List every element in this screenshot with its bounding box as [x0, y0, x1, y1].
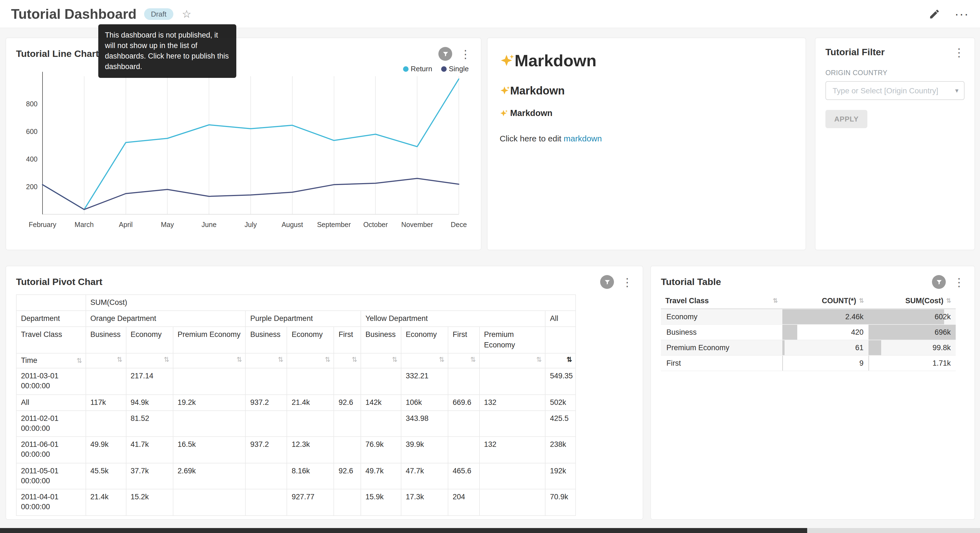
- scrollbar-thumb[interactable]: [0, 528, 807, 533]
- pivot-cell: [86, 368, 126, 394]
- pivot-cell: 238k: [545, 437, 576, 463]
- sort-icon[interactable]: ⇅: [439, 356, 444, 364]
- line-chart: 200400600800FebruaryMarchAprilMayJuneJul…: [11, 67, 469, 233]
- pivot-dim-label: Travel Class: [16, 327, 86, 353]
- app-header: Tutorial Dashboard Draft ☆ ···: [0, 0, 980, 28]
- pivot-cell: [246, 489, 287, 515]
- pivot-cell: 21.4k: [86, 489, 126, 515]
- chevron-down-icon: ▾: [955, 87, 958, 94]
- pivot-sort-cell: ⇅: [448, 353, 479, 368]
- pivot-group-header: All: [545, 311, 576, 327]
- markdown-content[interactable]: Markdown Markdown Markdown Click here to…: [487, 51, 805, 143]
- pivot-row-header: 2011-04-01 00:00:00: [16, 489, 86, 515]
- pivot-title: Tutorial Pivot Chart: [16, 276, 102, 287]
- sort-icon[interactable]: ⇅: [76, 357, 82, 365]
- kebab-menu-icon[interactable]: ⋮: [953, 276, 964, 287]
- pivot-cell: 106k: [401, 394, 448, 410]
- favorite-star-icon[interactable]: ☆: [182, 8, 191, 20]
- cell-value: 2.46k: [782, 309, 869, 324]
- pivot-cell: 12.3k: [287, 437, 334, 463]
- edit-pencil-icon[interactable]: [929, 8, 940, 20]
- table-title: Tutorial Table: [661, 276, 721, 287]
- pivot-cell: 81.52: [126, 411, 173, 437]
- pivot-col-header: Economy: [287, 327, 334, 353]
- pivot-col-header: Business: [361, 327, 401, 353]
- pivot-cell: 2.69k: [173, 463, 245, 489]
- markdown-edit-link[interactable]: markdown: [564, 134, 602, 143]
- svg-text:July: July: [245, 221, 257, 228]
- table-col-header[interactable]: SUM(Cost)⇅: [869, 293, 956, 309]
- draft-badge[interactable]: Draft: [145, 8, 173, 20]
- table-col-header[interactable]: COUNT(*)⇅: [782, 293, 869, 309]
- sort-icon[interactable]: ⇅: [566, 356, 572, 364]
- sort-icon[interactable]: ⇅: [946, 297, 951, 304]
- card-header-icons: ⋮: [600, 275, 633, 289]
- cell-value: 9: [782, 356, 869, 370]
- sort-icon[interactable]: ⇅: [352, 356, 357, 364]
- pivot-cell: 21.4k: [287, 394, 334, 410]
- count-cell: 2.46k: [782, 309, 869, 324]
- pivot-cell: [479, 411, 545, 437]
- markdown-edit-hint: Click here to edit markdown: [500, 134, 793, 143]
- filter-indicator-icon[interactable]: [600, 275, 614, 289]
- pivot-cell: [448, 368, 479, 394]
- svg-text:200: 200: [26, 183, 38, 191]
- sort-icon[interactable]: ⇅: [392, 356, 398, 364]
- count-cell: 9: [782, 356, 869, 371]
- sort-icon[interactable]: ⇅: [278, 356, 283, 364]
- pivot-col-header: First: [334, 327, 361, 353]
- legend-item[interactable]: Return: [403, 65, 432, 73]
- filter-indicator-icon[interactable]: [438, 47, 452, 61]
- cell-value: 61: [782, 340, 869, 355]
- sort-icon[interactable]: ⇅: [117, 356, 122, 364]
- card-header-icons: ⋮: [932, 275, 964, 289]
- page-title: Tutorial Dashboard: [11, 6, 137, 22]
- pivot-cell: [334, 489, 361, 515]
- apply-button[interactable]: APPLY: [826, 110, 867, 128]
- sort-icon[interactable]: ⇅: [236, 356, 242, 364]
- more-options-icon[interactable]: ···: [955, 11, 969, 17]
- origin-country-select[interactable]: Type or Select [Origin Country] ▾: [826, 81, 964, 100]
- card-header: Tutorial Pivot Chart ⋮: [6, 266, 643, 293]
- legend-item[interactable]: Single: [441, 65, 469, 73]
- pivot-row: 2011-05-01 00:00:0045.5k37.7k2.69k8.16k9…: [16, 463, 576, 489]
- kebab-menu-icon[interactable]: ⋮: [622, 276, 633, 287]
- select-placeholder: Type or Select [Origin Country]: [833, 86, 952, 95]
- draft-tooltip: This dashboard is not published, it will…: [98, 24, 236, 78]
- pivot-row-header: 2011-03-01 00:00:00: [16, 368, 86, 394]
- filter-indicator-icon[interactable]: [932, 275, 946, 289]
- kebab-menu-icon[interactable]: ⋮: [953, 47, 964, 58]
- kebab-menu-icon[interactable]: ⋮: [460, 48, 471, 59]
- pivot-cell: 49.7k: [361, 463, 401, 489]
- cell-value: 420: [782, 325, 869, 340]
- table-col-header[interactable]: Travel Class⇅: [661, 293, 782, 309]
- travel-class-cell: First: [661, 356, 782, 371]
- markdown-h3-text: Markdown: [510, 108, 552, 118]
- sort-icon[interactable]: ⇅: [470, 356, 476, 364]
- pivot-cell: [479, 368, 545, 394]
- chart-legend: ReturnSingle: [403, 65, 469, 73]
- sort-icon[interactable]: ⇅: [164, 356, 169, 364]
- pivot-cell: [479, 463, 545, 489]
- pivot-cell: [246, 463, 287, 489]
- card-header-icons: ⋮: [438, 47, 471, 61]
- pivot-measure-row: SUM(Cost): [16, 295, 576, 311]
- pivot-cell: 17.3k: [401, 489, 448, 515]
- markdown-h3: Markdown: [500, 108, 793, 118]
- pivot-cell: 549.35: [545, 368, 576, 394]
- svg-text:April: April: [119, 221, 133, 228]
- pivot-cell: [173, 489, 245, 515]
- svg-text:August: August: [282, 221, 303, 228]
- sort-icon[interactable]: ⇅: [859, 297, 864, 304]
- table-col-label: Travel Class: [665, 297, 709, 305]
- sort-icon[interactable]: ⇅: [536, 356, 542, 364]
- horizontal-scrollbar[interactable]: [0, 528, 980, 533]
- count-cell: 61: [782, 340, 869, 356]
- sort-icon[interactable]: ⇅: [773, 297, 778, 304]
- svg-text:September: September: [317, 221, 351, 228]
- sum-cell: 602k: [869, 309, 956, 324]
- pivot-col-header: Premium Economy: [173, 327, 245, 353]
- table-row: Economy2.46k602k: [661, 309, 956, 324]
- pivot-cell: 204: [448, 489, 479, 515]
- sort-icon[interactable]: ⇅: [325, 356, 330, 364]
